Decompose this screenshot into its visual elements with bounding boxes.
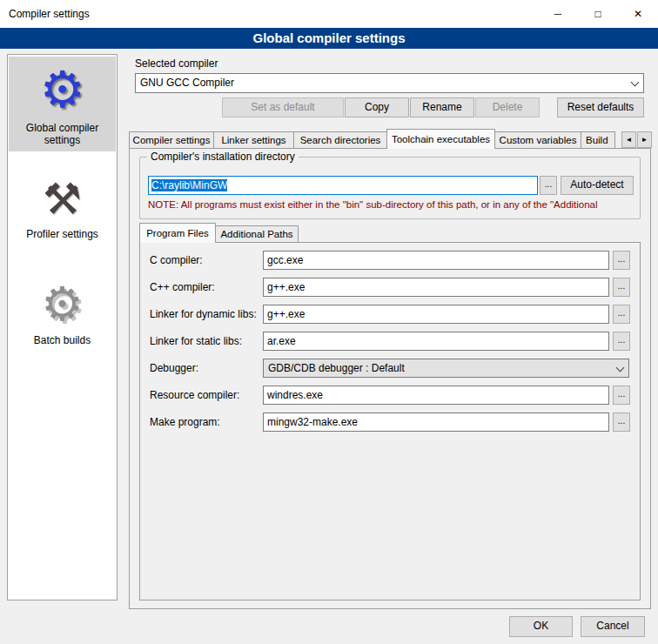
field-label: Resource compiler: (150, 389, 239, 401)
linker-dynamic-input[interactable] (263, 305, 609, 324)
maximize-button[interactable]: □ (578, 0, 618, 28)
sidebar-item-profiler-settings[interactable]: ⚒ Profiler settings (9, 177, 116, 245)
minimize-button[interactable]: ─ (538, 0, 578, 28)
maximize-icon: □ (594, 8, 601, 20)
installation-directory-input[interactable]: C:\raylib\MinGW (148, 176, 538, 195)
rename-button[interactable]: Rename (410, 97, 474, 117)
chevron-down-icon (616, 364, 625, 372)
set-as-default-button[interactable]: Set as default (222, 97, 344, 117)
subtab-bar: Program Files Additional Paths (139, 223, 299, 243)
installation-directory-value: C:\raylib\MinGW (151, 179, 227, 191)
window-title: Compiler settings (9, 8, 90, 20)
field-row-c-compiler: C compiler: ... (139, 251, 641, 272)
arrow-right-icon: ► (641, 136, 648, 144)
ok-button[interactable]: OK (509, 616, 573, 637)
c-compiler-input[interactable] (263, 251, 609, 270)
make-program-input[interactable] (263, 413, 609, 432)
subtab-program-files[interactable]: Program Files (139, 223, 216, 243)
browse-button[interactable]: ... (613, 413, 630, 432)
field-row-resource-compiler: Resource compiler: ... (139, 386, 641, 406)
tab-linker-settings[interactable]: Linker settings (213, 131, 294, 149)
field-label: Linker for dynamic libs: (150, 308, 257, 320)
field-label: Debugger: (150, 362, 198, 374)
compiler-settings-dialog: Compiler settings ─ □ ✕ Global compiler … (0, 0, 658, 644)
browse-button[interactable]: ... (613, 251, 630, 270)
selected-compiler-label: Selected compiler (135, 57, 218, 70)
cancel-button[interactable]: Cancel (581, 616, 645, 637)
installation-directory-browse-button[interactable]: ... (540, 176, 557, 195)
sidebar-item-global-compiler-settings[interactable]: ⚙ Global compiler settings (9, 57, 116, 151)
linker-static-input[interactable] (263, 332, 609, 351)
close-button[interactable]: ✕ (618, 0, 658, 28)
titlebar: Compiler settings ─ □ ✕ (0, 0, 658, 28)
delete-button[interactable]: Delete (475, 97, 540, 117)
sidebar-item-label: Global compiler settings (9, 122, 116, 151)
reset-defaults-button[interactable]: Reset defaults (557, 97, 644, 117)
tab-bar: Compiler settings Linker settings Search… (129, 129, 615, 149)
compiler-select-value: GNU GCC Compiler (140, 77, 234, 89)
field-label: Make program: (150, 416, 220, 428)
chevron-down-icon (631, 78, 640, 87)
gear-blue-icon: ⚙ (9, 64, 116, 117)
installation-directory-group-label: Compiler's installation directory (147, 151, 299, 163)
field-row-linker-dynamic: Linker for dynamic libs: ... (139, 305, 641, 325)
sidebar-item-label: Profiler settings (9, 228, 116, 245)
debugger-select-value: GDB/CDB debugger : Default (268, 362, 405, 374)
field-row-cpp-compiler: C++ compiler: ... (139, 278, 641, 299)
close-icon: ✕ (634, 8, 642, 20)
tab-scroll-left-button[interactable]: ◄ (621, 131, 636, 148)
page-title: Global compiler settings (0, 28, 658, 49)
compiler-select[interactable]: GNU GCC Compiler (135, 73, 644, 93)
sidebar-item-label: Batch builds (9, 334, 116, 352)
arrow-left-icon: ◄ (626, 136, 633, 144)
tab-search-directories[interactable]: Search directories (293, 131, 387, 149)
sidebar-item-batch-builds[interactable]: ⚙ Batch builds (9, 279, 116, 352)
browse-button[interactable]: ... (613, 386, 630, 405)
note-text: NOTE: All programs must exist either in … (148, 199, 639, 210)
field-label: C++ compiler: (150, 281, 215, 293)
cpp-compiler-input[interactable] (263, 278, 609, 297)
browse-button[interactable]: ... (613, 332, 630, 351)
debugger-select[interactable]: GDB/CDB debugger : Default (263, 359, 629, 378)
gear-gray-icon: ⚙ (9, 279, 116, 329)
field-row-linker-static: Linker for static libs: ... (139, 332, 641, 352)
minimize-icon: ─ (554, 8, 562, 20)
subtab-additional-paths[interactable]: Additional Paths (215, 225, 299, 243)
field-label: Linker for static libs: (150, 335, 242, 347)
field-row-debugger: Debugger: GDB/CDB debugger : Default (139, 359, 641, 379)
field-row-make-program: Make program: ... (139, 413, 641, 433)
copy-button[interactable]: Copy (345, 97, 409, 117)
tab-compiler-settings[interactable]: Compiler settings (129, 131, 214, 149)
browse-button[interactable]: ... (613, 278, 630, 297)
profiler-tool-icon: ⚒ (9, 177, 116, 223)
browse-button[interactable]: ... (613, 305, 630, 324)
auto-detect-button[interactable]: Auto-detect (561, 176, 634, 195)
field-label: C compiler: (150, 254, 203, 266)
sidebar: ⚙ Global compiler settings ⚒ Profiler se… (7, 54, 118, 600)
resource-compiler-input[interactable] (263, 386, 609, 405)
tab-scroll-right-button[interactable]: ► (637, 131, 652, 148)
tab-toolchain-executables[interactable]: Toolchain executables (386, 129, 495, 149)
tab-build-options[interactable]: Build (581, 131, 615, 149)
window-controls: ─ □ ✕ (538, 0, 658, 28)
tab-custom-variables[interactable]: Custom variables (494, 131, 581, 149)
